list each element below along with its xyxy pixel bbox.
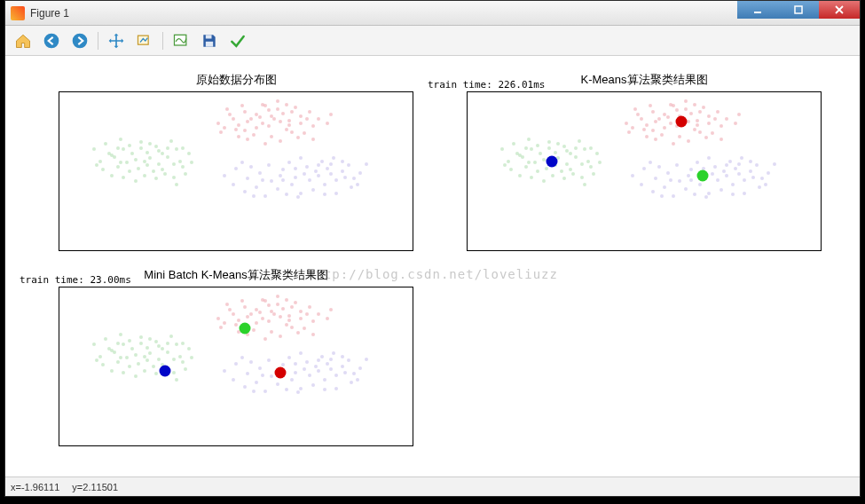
- scatter-dot: [285, 103, 288, 106]
- scatter-dot: [314, 169, 318, 173]
- scatter-dot: [137, 362, 140, 366]
- scatter-dot: [172, 358, 176, 361]
- scatter-dot: [110, 174, 114, 177]
- scatter-dot: [305, 312, 309, 316]
- scatter-dot: [175, 343, 178, 346]
- scatter-dot: [145, 358, 149, 362]
- scatter-dot: [255, 185, 258, 189]
- zoom-button[interactable]: [134, 30, 155, 51]
- scatter-dot: [720, 138, 723, 141]
- scatter-dot: [137, 167, 140, 170]
- scatter-dot: [329, 113, 333, 116]
- scatter-dot: [713, 165, 717, 169]
- scatter-dot: [232, 117, 235, 121]
- scatter-dot: [595, 152, 599, 155]
- scatter-dot: [317, 358, 320, 362]
- scatter-dot: [276, 303, 279, 306]
- toolbar: [5, 26, 860, 56]
- scatter-dot: [755, 163, 759, 167]
- titlebar[interactable]: Figure 1: [5, 1, 860, 26]
- maximize-button[interactable]: [778, 1, 819, 19]
- scatter-dot: [560, 169, 563, 173]
- back-button[interactable]: [41, 30, 62, 51]
- scatter-dot: [740, 156, 743, 160]
- scatter-dot: [249, 312, 253, 316]
- scatter-dot: [580, 162, 584, 166]
- scatter-dot: [545, 167, 548, 170]
- scatter-dot: [128, 169, 131, 173]
- scatter-dot: [261, 178, 264, 182]
- scatter-dot: [334, 374, 338, 377]
- scatter-dot: [157, 162, 161, 166]
- scatter-dot: [281, 178, 285, 182]
- status-bar: x=-1.96111 y=2.11501: [5, 476, 860, 496]
- scatter-dot: [524, 146, 528, 150]
- scatter-dot: [154, 177, 158, 180]
- scatter-dot: [130, 347, 134, 350]
- scatter-dot: [332, 156, 335, 160]
- figure-canvas[interactable]: http://blog.csdn.net/loveliuzz 原始数据分布图 K…: [5, 56, 860, 476]
- scatter-dot: [122, 147, 125, 151]
- scatter-dot: [707, 114, 711, 118]
- scatter-dot: [642, 167, 646, 170]
- scatter-dot: [329, 172, 333, 176]
- scatter-dot: [317, 163, 320, 167]
- scatter-dot: [116, 146, 120, 150]
- edit-params-button[interactable]: [227, 30, 248, 51]
- scatter-dot: [249, 117, 253, 121]
- scatter-dot: [181, 342, 185, 345]
- scatter-dot: [113, 350, 116, 354]
- scatter-dot: [684, 99, 688, 103]
- scatter-dot: [734, 122, 737, 125]
- scatter-dot: [143, 174, 146, 177]
- scatter-dot: [175, 183, 178, 186]
- scatter-dot: [190, 161, 193, 164]
- scatter-dot: [246, 138, 249, 141]
- scatter-dot: [352, 372, 356, 375]
- home-button[interactable]: [12, 30, 34, 51]
- scatter-dot: [669, 178, 672, 182]
- scatter-dot: [290, 130, 294, 134]
- scatter-dot: [737, 113, 741, 116]
- scatter-dot: [166, 155, 169, 159]
- scatter-dot: [98, 355, 102, 358]
- scatter-dot: [326, 122, 329, 125]
- scatter-dot: [294, 371, 297, 374]
- scatter-dot: [263, 104, 267, 107]
- minimize-button[interactable]: [737, 1, 778, 19]
- scatter-dot: [294, 362, 297, 366]
- svg-rect-0: [754, 12, 761, 13]
- scatter-dot: [303, 131, 306, 135]
- scatter-dot: [720, 124, 723, 128]
- scatter-dot: [225, 303, 229, 306]
- scatter-dot: [707, 122, 711, 125]
- scatter-dot: [320, 355, 324, 358]
- scatter-dot: [358, 366, 362, 370]
- scatter-dot: [252, 390, 256, 393]
- close-icon: [834, 4, 845, 15]
- scatter-dot: [285, 298, 288, 302]
- scatter-dot: [223, 321, 226, 325]
- configure-button[interactable]: [170, 30, 192, 51]
- scatter-dot: [255, 381, 258, 384]
- scatter-dot: [660, 194, 664, 198]
- pan-button[interactable]: [106, 30, 127, 51]
- scatter-dot: [279, 335, 282, 338]
- scatter-dot: [356, 378, 359, 382]
- save-button[interactable]: [199, 30, 220, 51]
- scatter-dot: [352, 177, 356, 180]
- scatter-dot: [698, 183, 702, 186]
- scatter-dot: [258, 311, 262, 314]
- scatter-dot: [285, 128, 288, 131]
- scatter-dot: [687, 174, 690, 177]
- scatter-dot: [731, 183, 735, 186]
- scatter-dot: [287, 161, 291, 164]
- scatter-dot: [698, 110, 702, 114]
- forward-button[interactable]: [69, 30, 90, 51]
- scatter-dot: [347, 358, 350, 362]
- close-button[interactable]: [819, 1, 860, 19]
- scatter-dot: [299, 387, 303, 390]
- app-icon: [11, 6, 25, 20]
- scatter-dot: [299, 310, 303, 313]
- scatter-dot: [636, 113, 640, 116]
